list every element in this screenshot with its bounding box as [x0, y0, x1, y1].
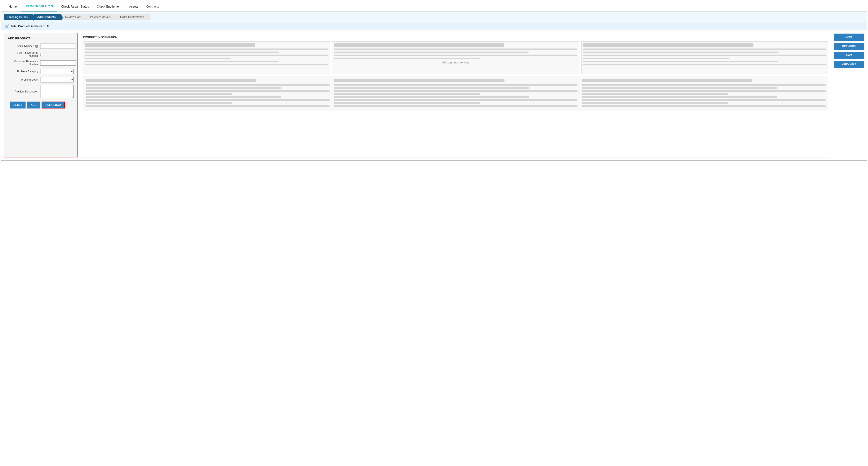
customer-ref-label: Customer ReferenceNumber	[8, 60, 38, 66]
problem-detail-label: Problem Detail	[8, 78, 38, 81]
step-payment-details[interactable]: Payment Details	[87, 13, 116, 20]
serial-number-input[interactable]	[40, 43, 76, 49]
problem-category-select[interactable]	[40, 69, 73, 74]
next-button[interactable]: NEXT	[834, 34, 864, 41]
add-product-message: Add a product to view	[332, 61, 579, 64]
add-product-panel: ADD PRODUCT Serial Number i I don't have…	[4, 33, 78, 157]
save-button[interactable]: SAVE	[834, 52, 864, 59]
serial-number-label: Serial Number i	[8, 44, 38, 48]
placeholder-card-3	[581, 41, 828, 74]
nav-create-repair-order[interactable]: Create Repair Order	[21, 1, 57, 11]
bottom-placeholder-card	[83, 76, 828, 111]
top-nav: Home Create Repair Order Check Repair St…	[1, 1, 867, 12]
skeleton-header-1	[85, 43, 255, 47]
nav-assets[interactable]: Assets	[125, 2, 142, 11]
nav-check-entitlement[interactable]: Check Entitlement	[93, 2, 125, 11]
problem-desc-label: Problem Description	[8, 90, 38, 93]
product-info-title: PRODUCT INFORMATION	[83, 35, 828, 39]
problem-desc-row: Problem Description	[8, 85, 73, 98]
skeleton-header-2	[334, 43, 504, 47]
reset-button[interactable]: RESET	[10, 101, 26, 108]
main-content: ADD PRODUCT Serial Number i I don't have…	[1, 30, 867, 160]
right-buttons: NEXT PREVIOUS SAVE NEED HELP	[834, 33, 864, 157]
nav-contracts[interactable]: Contracts	[142, 2, 163, 11]
skeleton-header-3	[583, 43, 753, 47]
nav-check-repair-status[interactable]: Check Repair Status	[57, 2, 93, 11]
serial-number-row: Serial Number i	[8, 43, 73, 49]
cart-icon: 🛒	[5, 24, 9, 28]
no-serial-row: I don't have Serial Number	[8, 51, 73, 57]
problem-detail-row: Problem Detail	[8, 77, 73, 83]
problem-category-row: Problem Category	[8, 69, 73, 74]
step-add-products[interactable]: Add Products	[34, 13, 61, 20]
no-serial-label: I don't have Serial Number	[8, 51, 38, 57]
add-product-title: ADD PRODUCT	[8, 37, 73, 40]
problem-desc-textarea[interactable]	[40, 85, 73, 98]
form-buttons: RESET ADD BULK LOAD	[8, 101, 73, 108]
placeholder-card-1	[83, 41, 330, 74]
placeholder-card-2: Add a product to view	[332, 41, 579, 74]
add-button[interactable]: ADD	[27, 101, 40, 108]
cart-label: Total Products in the cart : 0	[11, 25, 49, 28]
step-shipping-details[interactable]: Shipping Details	[4, 13, 33, 20]
previous-button[interactable]: PREVIOUS	[834, 43, 864, 50]
product-info-panel: PRODUCT INFORMATION Add a product to v	[80, 33, 831, 157]
problem-category-label: Problem Category	[8, 70, 38, 73]
step-review-cart[interactable]: Review Cart	[62, 13, 86, 20]
top-cards-row: Add a product to view	[83, 41, 828, 74]
customer-ref-input[interactable]	[40, 60, 76, 66]
steps-bar: Shipping Details Add Products Review Car…	[1, 12, 867, 22]
no-serial-checkbox[interactable]	[40, 53, 43, 56]
cart-bar: 🛒 Total Products in the cart : 0	[1, 22, 867, 30]
step-order-confirmation[interactable]: Order Confirmation	[117, 13, 149, 20]
need-help-button[interactable]: NEED HELP	[834, 61, 864, 68]
bulk-load-button[interactable]: BULK LOAD	[41, 101, 65, 108]
nav-home[interactable]: Home	[5, 2, 21, 11]
serial-number-info-icon[interactable]: i	[35, 45, 38, 48]
customer-ref-row: Customer ReferenceNumber	[8, 60, 73, 66]
problem-detail-select[interactable]	[40, 77, 73, 83]
